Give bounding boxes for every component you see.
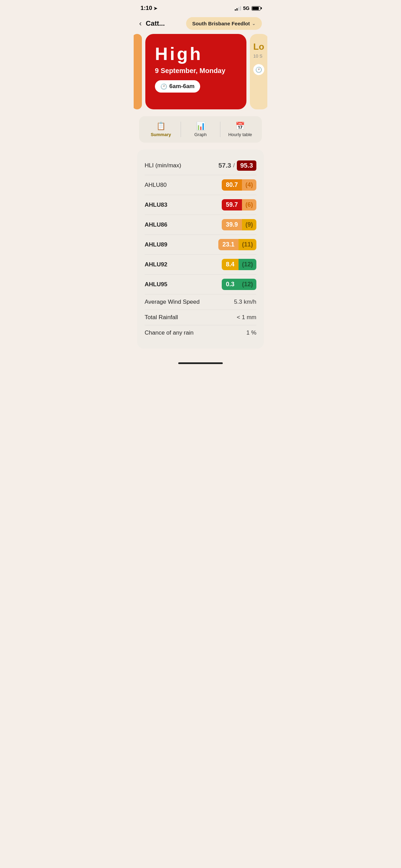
ahlu83-values: 59.7 (6): [222, 199, 256, 210]
ahlu95-count: (12): [239, 279, 256, 290]
rain-chance-row: Chance of any rain 1 %: [145, 325, 256, 340]
ahlu83-count: (6): [242, 199, 256, 210]
ahlu92-count: (12): [239, 259, 256, 270]
ahlu86-row: AHLU86 39.9 (9): [145, 215, 256, 235]
location-text: South Brisbane Feedlot: [192, 21, 250, 26]
hli-min-value: 57.3: [218, 162, 231, 169]
ahlu92-main-value: 8.4: [222, 259, 239, 270]
partial-clock-icon: 🕐: [253, 64, 264, 75]
hli-separator: /: [233, 162, 235, 169]
ahlu92-label: AHLU92: [145, 261, 167, 268]
graph-icon: 📊: [196, 122, 205, 131]
data-card: HLI (min/max) 57.3 / 95.3 AHLU80 80.7 (4…: [137, 149, 264, 349]
ahlu83-row: AHLU83 59.7 (6): [145, 195, 256, 215]
ahlu83-main-value: 59.7: [222, 199, 242, 210]
ahlu83-label: AHLU83: [145, 202, 167, 208]
time-display: 1:10: [141, 5, 152, 12]
clock-icon: 🕐: [160, 83, 167, 90]
card-partial-right[interactable]: Lo 10 S 🕐: [250, 34, 267, 109]
status-bar: 1:10 ➤ 5G: [134, 0, 267, 14]
ahlu86-main-value: 39.9: [222, 219, 242, 230]
location-arrow-icon: ➤: [154, 6, 157, 11]
ahlu89-row: AHLU89 23.1 (11): [145, 235, 256, 255]
ahlu92-values: 8.4 (12): [222, 259, 256, 270]
ahlu80-row: AHLU80 80.7 (4): [145, 175, 256, 195]
ahlu89-values: 23.1 (11): [218, 239, 256, 250]
main-risk-card[interactable]: High 9 September, Monday 🕐 6am-6am: [145, 34, 246, 109]
tab-summary[interactable]: 📋 Summary: [141, 119, 181, 140]
status-right: 5G: [235, 5, 260, 11]
tab-summary-label: Summary: [151, 132, 171, 137]
battery-indicator: [252, 6, 260, 11]
ahlu89-main-value: 23.1: [218, 239, 239, 250]
card-date: 9 September, Monday: [155, 67, 237, 75]
ahlu86-count: (9): [242, 219, 256, 230]
summary-icon: 📋: [156, 122, 166, 131]
partial-risk-level: Lo: [253, 41, 265, 52]
battery-fill: [252, 7, 259, 10]
ahlu95-main-value: 0.3: [222, 279, 239, 290]
location-selector[interactable]: South Brisbane Feedlot ⌄: [186, 17, 262, 30]
rain-chance-label: Chance of any rain: [145, 329, 194, 336]
ahlu80-main-value: 80.7: [222, 179, 242, 191]
partial-date: 10 S: [253, 53, 265, 59]
ahlu95-label: AHLU95: [145, 281, 167, 288]
rainfall-row: Total Rainfall < 1 mm: [145, 310, 256, 325]
rainfall-label: Total Rainfall: [145, 314, 178, 321]
tab-bar: 📋 Summary 📊 Graph 📅 Hourly table: [139, 116, 262, 143]
nav-bar: ‹ Catt... South Brisbane Feedlot ⌄: [134, 14, 267, 34]
hli-label: HLI (min/max): [145, 162, 181, 169]
rain-chance-value: 1 %: [246, 329, 256, 336]
wind-label: Average Wind Speed: [145, 299, 199, 305]
signal-bar-3: [238, 7, 239, 11]
hli-values: 57.3 / 95.3: [218, 160, 256, 171]
back-button[interactable]: ‹: [139, 19, 142, 28]
signal-bar-2: [236, 8, 238, 11]
chevron-down-icon: ⌄: [252, 21, 256, 26]
wind-value: 5.3 km/h: [234, 299, 256, 305]
hli-max-badge: 95.3: [237, 160, 256, 171]
ahlu86-values: 39.9 (9): [222, 219, 256, 230]
network-label: 5G: [243, 5, 250, 11]
tab-hourly[interactable]: 📅 Hourly table: [220, 119, 260, 140]
status-time: 1:10 ➤: [141, 5, 157, 12]
ahlu80-label: AHLU80: [145, 182, 167, 189]
ahlu80-values: 80.7 (4): [222, 179, 256, 191]
ahlu86-label: AHLU86: [145, 221, 167, 228]
ahlu95-row: AHLU95 0.3 (12): [145, 275, 256, 294]
ahlu80-count: (4): [242, 179, 256, 191]
wind-row: Average Wind Speed 5.3 km/h: [145, 294, 256, 310]
ahlu89-label: AHLU89: [145, 241, 167, 248]
tab-graph[interactable]: 📊 Graph: [181, 119, 220, 140]
ahlu95-values: 0.3 (12): [222, 279, 256, 290]
hli-row: HLI (min/max) 57.3 / 95.3: [145, 156, 256, 175]
ahlu89-count: (11): [239, 239, 256, 250]
tab-hourly-label: Hourly table: [228, 132, 252, 137]
nav-title: Catt...: [146, 20, 165, 27]
rainfall-value: < 1 mm: [237, 314, 256, 321]
ahlu92-row: AHLU92 8.4 (12): [145, 255, 256, 275]
home-indicator: [134, 355, 267, 367]
signal-bar-4: [240, 6, 241, 11]
card-partial-left[interactable]: [134, 34, 142, 109]
home-bar: [178, 362, 223, 364]
signal-indicator: [235, 6, 241, 11]
tab-graph-label: Graph: [194, 132, 207, 137]
risk-level-label: High: [155, 44, 237, 64]
time-range-text: 6am-6am: [169, 83, 195, 90]
signal-bar-1: [235, 9, 236, 11]
cards-container: High 9 September, Monday 🕐 6am-6am Lo 10…: [134, 34, 267, 116]
time-range-badge: 🕐 6am-6am: [155, 80, 200, 93]
hourly-icon: 📅: [235, 122, 245, 131]
